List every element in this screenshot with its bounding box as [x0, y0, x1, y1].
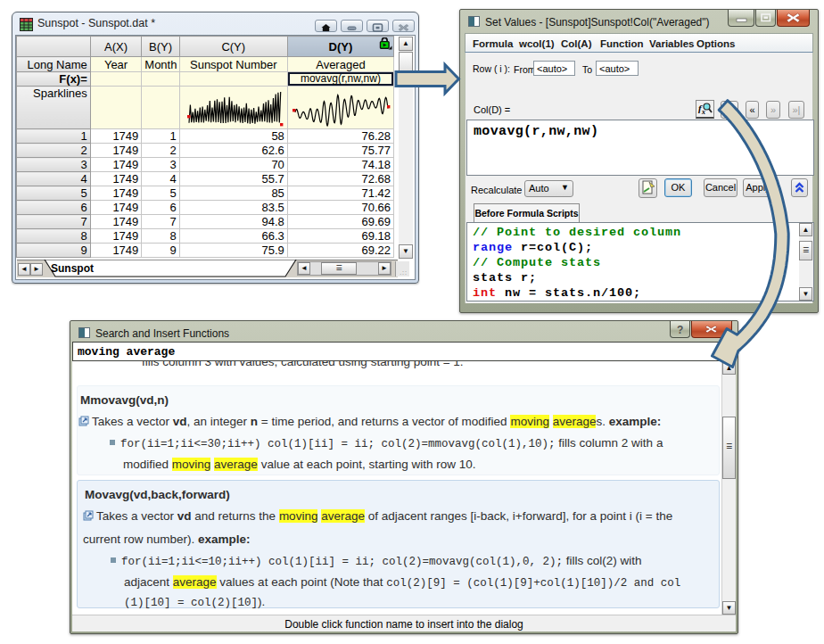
svg-text:?: ? — [677, 324, 683, 336]
